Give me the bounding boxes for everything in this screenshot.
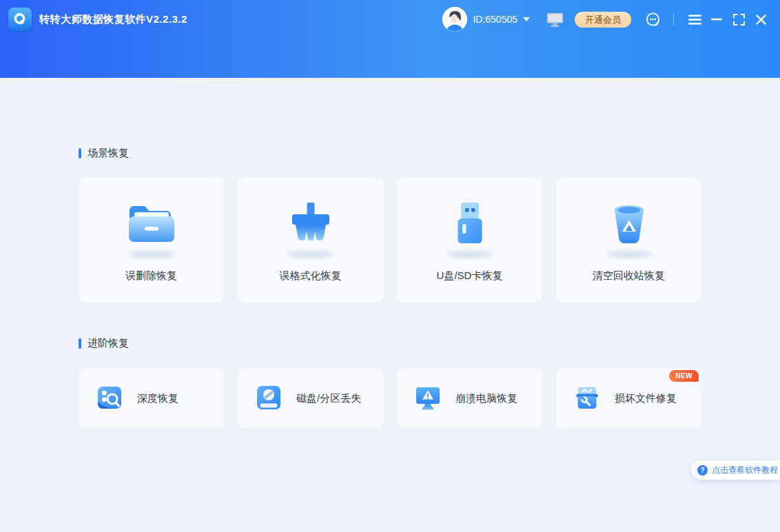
user-id: ID:650505 xyxy=(473,14,517,25)
new-badge: NEW xyxy=(669,370,699,382)
deep-scan-icon xyxy=(96,384,123,414)
card-label: 误格式化恢复 xyxy=(280,269,342,283)
section-advanced-recovery: 进阶恢复 xyxy=(79,337,780,350)
titlebar-divider xyxy=(673,13,674,25)
section-title: 进阶恢复 xyxy=(88,337,129,350)
crashed-pc-icon xyxy=(414,384,442,414)
card-deep-recovery[interactable]: 深度恢复 xyxy=(79,369,224,429)
card-deleted-file-recovery[interactable]: 误删除恢复 xyxy=(79,178,224,303)
card-label: 崩溃电脑恢复 xyxy=(455,392,517,405)
format-brush-icon xyxy=(285,201,337,249)
card-corrupt-file-repair[interactable]: 损坏文件修复 NEW xyxy=(556,369,701,429)
icon-shadow xyxy=(606,251,652,258)
card-label: 深度恢复 xyxy=(137,392,178,405)
icon-shadow xyxy=(288,251,333,258)
advanced-cards-row: 深度恢复 磁盘/分区丢失 xyxy=(79,350,780,429)
main-content: 场景恢复 误删除恢复 xyxy=(0,78,780,429)
usb-drive-icon xyxy=(444,201,496,249)
menu-icon[interactable] xyxy=(684,8,706,30)
icon-shadow xyxy=(129,251,174,258)
titlebar: 转转大师数据恢复软件V2.2.3.2 ID:650505 xyxy=(0,0,780,78)
close-icon[interactable] xyxy=(750,8,772,30)
minimize-icon[interactable] xyxy=(706,8,728,30)
user-avatar[interactable] xyxy=(442,7,467,32)
chevron-down-icon[interactable] xyxy=(523,17,530,21)
device-monitor-icon[interactable] xyxy=(546,12,564,27)
app-logo-icon xyxy=(8,8,32,31)
card-label: 磁盘/分区丢失 xyxy=(296,392,361,405)
card-label: 清空回收站恢复 xyxy=(593,269,665,283)
section-title: 场景恢复 xyxy=(88,147,129,160)
card-disk-partition-loss[interactable]: 磁盘/分区丢失 xyxy=(238,369,383,429)
card-label: U盘/SD卡恢复 xyxy=(437,269,503,283)
card-crashed-pc-recovery[interactable]: 崩溃电脑恢复 xyxy=(397,369,542,429)
section-scene-recovery: 场景恢复 xyxy=(79,147,780,160)
folder-icon xyxy=(125,201,178,249)
card-label: 误删除恢复 xyxy=(125,269,177,283)
card-label: 损坏文件修复 xyxy=(615,392,677,405)
app-title: 转转大师数据恢复软件V2.2.3.2 xyxy=(39,13,187,26)
question-icon: ? xyxy=(697,465,708,475)
tutorial-button[interactable]: ? 点击查看软件教程 xyxy=(691,460,780,480)
card-formatted-recovery[interactable]: 误格式化恢复 xyxy=(238,178,383,303)
tutorial-label: 点击查看软件教程 xyxy=(712,464,778,476)
disk-partition-icon xyxy=(255,384,283,414)
card-recycle-bin-recovery[interactable]: 清空回收站恢复 xyxy=(556,178,701,303)
open-vip-button[interactable]: 开通会员 xyxy=(575,12,631,28)
card-usb-sd-recovery[interactable]: U盘/SD卡恢复 xyxy=(397,178,542,303)
accent-bar xyxy=(79,338,81,349)
accent-bar xyxy=(79,148,81,158)
icon-shadow xyxy=(447,251,493,258)
maximize-icon[interactable] xyxy=(728,8,750,30)
customer-service-icon[interactable] xyxy=(645,11,662,28)
recycle-bin-icon xyxy=(603,201,655,249)
scene-cards-row: 误删除恢复 误格式化恢复 xyxy=(79,178,780,303)
file-repair-icon xyxy=(573,384,601,414)
